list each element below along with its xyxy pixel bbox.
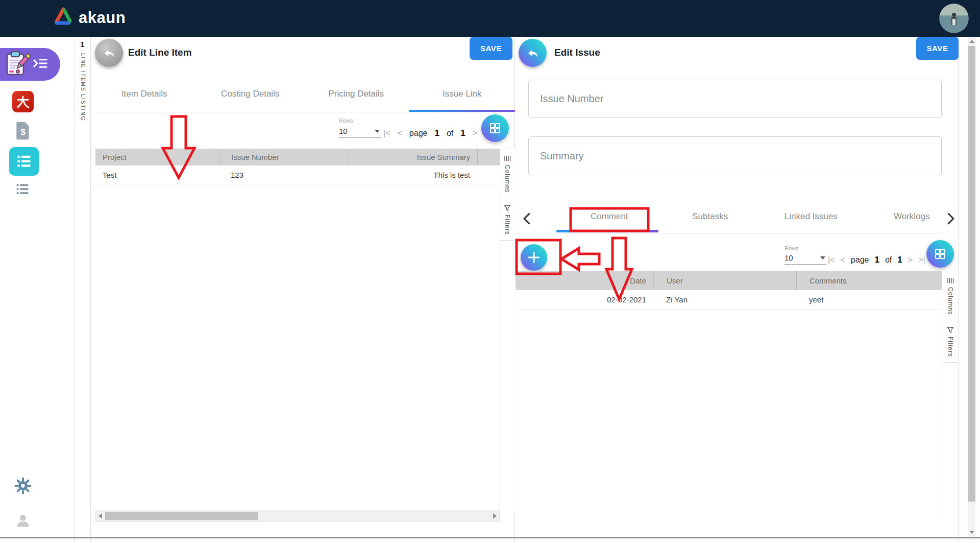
dai-character-icon [15, 94, 31, 109]
active-tab-underline [556, 230, 658, 232]
tab-comment-active[interactable]: Comment [559, 205, 660, 231]
issue-number-input[interactable] [529, 80, 941, 117]
list-icon [16, 154, 32, 169]
column-header-user: User [653, 271, 796, 290]
issue-link-table-row[interactable]: Test 123 This is test [95, 166, 500, 184]
of-word: of [885, 255, 892, 265]
tab-pricing-details[interactable]: Pricing Details [303, 83, 409, 107]
prev-page-button[interactable]: < [841, 255, 845, 265]
tab-scroll-left-button[interactable] [523, 213, 531, 227]
grid-icon [934, 248, 946, 260]
svg-text:$: $ [20, 127, 26, 137]
listing-count-badge: 1 [75, 40, 90, 49]
edit-issue-panel: Edit Issue SAVE Comment Subtasks Linked … [516, 37, 959, 543]
filters-rail-tab[interactable]: Filters [500, 198, 514, 241]
expand-menu-icon [33, 58, 48, 71]
total-pages: 1 [460, 128, 465, 138]
akaun-triangle-icon [53, 7, 74, 29]
table-side-rail: Columns Filters [942, 271, 958, 516]
sidebar-item-line-items-active[interactable] [9, 147, 39, 176]
columns-rail-tab[interactable]: Columns [942, 271, 958, 320]
last-page-button[interactable]: >| [918, 255, 925, 265]
tab-item-details[interactable]: Item Details [91, 83, 198, 107]
sidebar-item-dai-app[interactable] [12, 91, 34, 112]
first-page-button[interactable]: |< [828, 255, 835, 265]
columns-icon [504, 155, 511, 162]
tab-issue-link-active[interactable]: Issue Link [409, 83, 516, 107]
scroll-right-arrow-icon[interactable] [493, 513, 497, 518]
chevron-down-icon [375, 130, 380, 133]
app-sidebar: $ [0, 37, 75, 543]
tabs-divider [516, 233, 942, 233]
vertical-scrollbar-thumb[interactable] [968, 46, 975, 502]
column-header-project: Project [95, 149, 220, 166]
sidebar-profile-button[interactable] [14, 512, 32, 529]
back-button[interactable] [519, 39, 547, 67]
back-button[interactable] [95, 39, 123, 67]
clipboard-pencil-icon [4, 50, 31, 79]
column-header-issue-summary: Issue Summary [349, 149, 477, 166]
save-button[interactable]: SAVE [470, 37, 512, 60]
grid-icon [489, 122, 501, 134]
columns-rail-tab[interactable]: Columns [500, 149, 514, 198]
tab-subtasks[interactable]: Subtasks [660, 205, 761, 231]
current-page: 1 [434, 128, 439, 138]
page-title: Edit Issue [554, 47, 600, 58]
sidebar-item-finance-doc[interactable]: $ [15, 121, 31, 141]
cell-issue-number: 123 [220, 166, 349, 184]
rows-per-page-select[interactable]: 10 [785, 253, 826, 265]
comments-table-row[interactable]: 02-02-2021 Zi Yan yeet [516, 290, 942, 310]
grid-view-button[interactable] [481, 114, 509, 142]
app-switcher[interactable] [0, 48, 60, 81]
summary-input[interactable] [529, 137, 941, 175]
scroll-left-arrow-icon[interactable] [99, 513, 102, 518]
next-page-button[interactable]: > [473, 129, 477, 138]
cell-project: Test [95, 166, 220, 184]
edit-line-item-panel: Edit Line Item SAVE Item Details Costing… [91, 37, 514, 543]
filters-rail-tab[interactable]: Filters [942, 320, 958, 363]
list-icon [15, 183, 30, 196]
page-bottom-divider [0, 537, 980, 538]
first-page-button[interactable]: |< [383, 129, 390, 138]
page-title: Edit Line Item [128, 47, 192, 58]
rows-label: Rows [785, 245, 799, 251]
person-icon [15, 512, 31, 529]
rows-label: Rows [339, 117, 353, 124]
tab-linked-issues[interactable]: Linked Issues [761, 205, 862, 231]
cell-issue-summary: This is test [349, 166, 477, 184]
horizontal-scrollbar-thumb[interactable] [105, 512, 258, 520]
tab-scroll-right-button[interactable] [947, 213, 955, 227]
summary-field[interactable] [528, 136, 942, 175]
next-page-button[interactable]: > [908, 255, 913, 265]
prev-page-button[interactable]: < [398, 129, 402, 138]
column-header-issue-number: Issue Number [220, 149, 349, 166]
listing-vertical-label: LINE ITEMS LISTING [80, 53, 86, 121]
brand-name: akaun [79, 9, 126, 27]
akaun-logo[interactable]: akaun [53, 7, 126, 29]
plus-icon [527, 251, 541, 264]
tabs-divider [95, 112, 515, 112]
chevron-left-icon [523, 213, 531, 225]
chevron-right-icon [947, 213, 955, 225]
total-pages: 1 [897, 255, 902, 265]
cell-user: Zi Yan [653, 290, 796, 309]
gear-icon [14, 477, 32, 494]
user-avatar[interactable] [939, 4, 969, 33]
issue-number-field[interactable] [528, 80, 942, 117]
sidebar-item-listing[interactable] [14, 182, 31, 196]
tab-costing-details[interactable]: Costing Details [198, 83, 304, 107]
grid-view-button[interactable] [926, 240, 954, 268]
horizontal-scrollbar[interactable] [95, 510, 500, 522]
rows-per-page-select[interactable]: 10 [339, 127, 381, 138]
save-button[interactable]: SAVE [916, 37, 959, 60]
vertical-scrollbar[interactable] [968, 37, 975, 537]
back-arrow-icon [103, 46, 116, 60]
scroll-down-arrow-icon[interactable] [969, 531, 974, 534]
add-comment-button[interactable] [521, 244, 547, 271]
column-header-date: Date [516, 271, 653, 290]
issue-link-table-header: Project Issue Number Issue Summary [95, 149, 500, 166]
filter-funnel-icon [504, 204, 511, 211]
sidebar-settings-button[interactable] [14, 477, 32, 494]
scroll-up-arrow-icon[interactable] [969, 40, 974, 43]
cell-date: 02-02-2021 [516, 290, 653, 309]
